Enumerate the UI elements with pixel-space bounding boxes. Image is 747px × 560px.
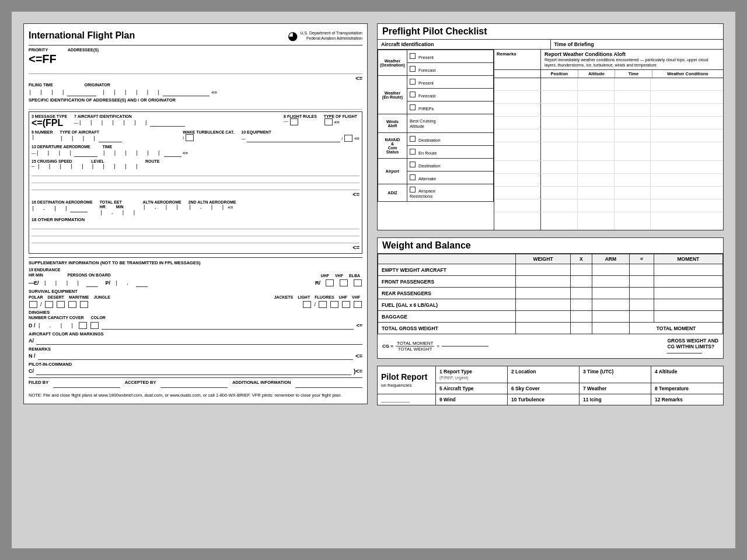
fp-remarks-label: REMARKS xyxy=(29,346,362,352)
wb-col-arm: ARM xyxy=(592,254,629,264)
pr-cell-8: 8 Temperature xyxy=(651,383,723,394)
fp-title: International Flight Plan xyxy=(29,30,135,41)
wb-row-front-pass: FRONT PASSENGERS xyxy=(378,276,723,288)
weight-balance-form: Weight and Balance WEIGHT X ARM = MOMENT xyxy=(377,237,724,359)
fp-n-prefix: N / xyxy=(29,353,36,359)
cl-report-title: Report Weather Conditions Aloft xyxy=(544,51,720,57)
cl-altitude-header: Altitude xyxy=(578,70,616,78)
cl-categories: Weather(Destination) Present Forecast xyxy=(378,50,494,230)
cl-cb-adiz[interactable] xyxy=(410,187,416,192)
fp-d-prefix: D / xyxy=(29,323,36,328)
fp-fpl-row: <=FF xyxy=(29,53,362,65)
wb-cg-row: CG = TOTAL MOMENT TOTAL WEIGHT = GROSS W… xyxy=(378,334,723,358)
wb-col-empty xyxy=(378,254,516,264)
fp-agency: U.S. Department of Transportation Federa… xyxy=(300,30,362,41)
wb-row-rear-pass: REAR PASSENGERS xyxy=(378,288,723,299)
fp-note: NOTE: File and close flight plans at www… xyxy=(29,393,362,399)
wb-table: WEIGHT X ARM = MOMENT EMPTY WEIGHT AIRCR… xyxy=(378,254,723,334)
left-column: International Flight Plan ◕ U.S. Departm… xyxy=(23,23,368,537)
cl-remarks-area: Remarks Report Weather Conditions Aloft … xyxy=(494,50,723,230)
pilot-report-form: Pilot Report on frequencies 1 Report Typ… xyxy=(377,366,724,405)
flight-plan-form: International Flight Plan ◕ U.S. Departm… xyxy=(23,23,368,404)
pr-cell-11: 11 Icing xyxy=(580,394,651,405)
fp-header: International Flight Plan ◕ U.S. Departm… xyxy=(29,29,362,46)
pr-cell-9: 9 Wind xyxy=(436,394,508,405)
fp-supp-section: SUPPLEMENTARY INFORMATION (NOT TO BE TRA… xyxy=(29,257,362,388)
fp-r-prefix: R/ xyxy=(315,280,320,286)
cl-row-wd-present: Weather(Destination) Present xyxy=(378,50,494,63)
wb-row-fuel: FUEL (GAL x 6 LB/GAL) xyxy=(378,299,723,311)
fp-additional: ADDITIONAL INFORMATION xyxy=(232,380,291,388)
fp-e-prefix: —E/ xyxy=(29,280,39,286)
pr-cell-3: 3 Time (UTC) xyxy=(580,366,651,383)
pr-subtitle: on frequencies xyxy=(381,383,432,388)
fp-accepted-by: ACCEPTED BY xyxy=(125,380,156,388)
wb-row-baggage: BAGGAGE xyxy=(378,311,723,323)
wb-cg-value xyxy=(442,346,488,346)
cl-row-adiz: ADIZ AirspaceRestrictions xyxy=(378,184,494,202)
fp-pic-label: PILOT-IN-COMMAND xyxy=(29,362,362,367)
fp-other-info-label: 18 OTHER INFORMATION xyxy=(32,217,359,222)
pr-cell-10: 10 Turbulence xyxy=(508,394,580,405)
cl-cb-we-forecast[interactable] xyxy=(410,92,416,97)
fp-color-label: AIRCRAFT COLOR AND MARKINGS xyxy=(29,331,362,337)
cl-report-desc: Report immediately weather conditions en… xyxy=(544,57,720,68)
cl-cb-wd-present[interactable] xyxy=(410,53,416,59)
fp-time-orig-labels: FILING TIME ORIGINATOR xyxy=(29,83,362,87)
pr-grid: Pilot Report on frequencies 1 Report Typ… xyxy=(378,366,723,405)
pr-cell-7: 7 Weather xyxy=(580,383,651,394)
wb-row-total: TOTAL GROSS WEIGHT TOTAL MOMENT xyxy=(378,323,723,334)
wb-cg-limits-value xyxy=(667,353,702,354)
wb-title: Weight and Balance xyxy=(382,240,471,250)
fp-a-prefix: A/ xyxy=(29,338,34,344)
pr-title-cell: Pilot Report on frequencies xyxy=(378,366,436,394)
fp-filed-by: FILED BY xyxy=(29,380,48,388)
cl-position-header: Position xyxy=(541,70,578,78)
fp-c-prefix: C/ xyxy=(29,368,34,374)
pr-cell-12: 12 Remarks xyxy=(651,394,723,405)
wb-header: Weight and Balance xyxy=(378,238,723,254)
fp-supp-label: SUPPLEMENTARY INFORMATION (NOT TO BE TRA… xyxy=(29,260,362,265)
cl-cb-navaid-er[interactable] xyxy=(410,149,416,155)
cl-row-navaid-dest: NAVAID&ComStatus Destination xyxy=(378,133,494,146)
pr-title: Pilot Report xyxy=(381,372,432,382)
wb-col-x: X xyxy=(570,254,592,264)
fp-priority-row: PRIORITY ADDRESSEE(S) xyxy=(29,48,362,52)
pr-freq-cell: ___________ xyxy=(378,394,436,405)
cl-weather-cond-header: Weather Conditions xyxy=(652,70,723,78)
cl-cb-navaid-dest[interactable] xyxy=(410,136,416,142)
cl-time-label: Time of Briefing xyxy=(551,40,724,49)
cl-data-rows xyxy=(494,78,723,230)
wb-gross-weight-label: GROSS WEIGHT AND CG WITHIN LIMITS? xyxy=(667,338,718,355)
cl-aircraft-id-label: Aircraft Identification xyxy=(378,40,551,49)
cl-row-airport-dest: Airport Destination xyxy=(378,159,494,172)
checklist-form: Preflight Pilot Checklist Aircraft Ident… xyxy=(377,23,724,230)
cl-remarks-label: Remarks xyxy=(494,50,541,69)
wb-cg-label: CG = xyxy=(382,344,393,349)
wb-cg-formula: CG = TOTAL MOMENT TOTAL WEIGHT = xyxy=(382,341,488,352)
checklist-header: Preflight Pilot Checklist xyxy=(378,24,723,40)
cl-cb-wd-forecast[interactable] xyxy=(410,66,416,72)
cl-row-we-present: Weather(En Route) Present xyxy=(378,76,494,89)
cl-cb-airport-dest[interactable] xyxy=(410,162,416,167)
cl-row-winds: WindsAloft Best CruisingAltitude xyxy=(378,114,494,133)
wb-col-moment: MOMENT xyxy=(654,254,722,264)
pr-cell-4: 4 Altitude xyxy=(651,366,723,383)
fp-specific-id: SPECIFIC IDENTIFICATION OF ADDRESSEE(S) … xyxy=(29,97,362,103)
pr-cell-6: 6 Sky Cover xyxy=(508,383,580,394)
fp-arrow1: <= xyxy=(29,75,362,82)
cl-cb-we-pireps[interactable] xyxy=(410,104,416,110)
pr-cell-5: 5 Aircraft Type xyxy=(436,383,508,394)
cl-cb-airport-alt[interactable] xyxy=(410,174,416,180)
fp-survival-label: SURVIVAL EQUIPMENT xyxy=(29,289,362,294)
wb-col-weight: WEIGHT xyxy=(516,254,570,264)
pr-cell-2: 2 Location xyxy=(508,366,580,383)
page: International Flight Plan ◕ U.S. Departm… xyxy=(12,12,735,548)
fp-dinghies-label: DINGHIES xyxy=(29,310,362,315)
cl-cb-we-present[interactable] xyxy=(410,79,416,85)
pr-cell-1: 1 Report Type (PIREP, Urgent) xyxy=(436,366,508,383)
fp-message-block: 3 MESSAGE TYPE <=(FPL 7 AIRCRAFT IDENTIF… xyxy=(29,111,362,254)
checklist-body: Weather(Destination) Present Forecast xyxy=(378,50,723,230)
fp-time-fields: | | | | | | | | | | <= xyxy=(29,88,362,96)
wb-row-empty-weight: EMPTY WEIGHT AIRCRAFT xyxy=(378,264,723,276)
